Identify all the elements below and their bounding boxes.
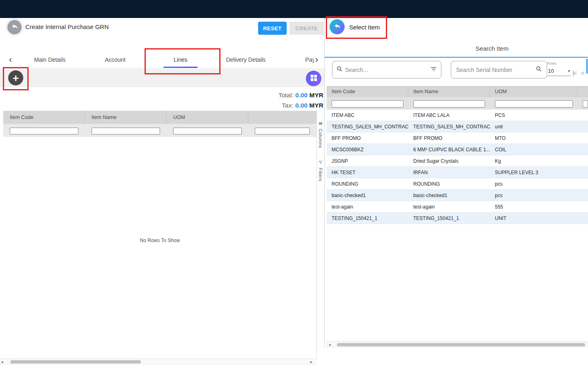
item-code-cell: JSGNP <box>327 155 408 166</box>
create-grn-panel: Create Internal Purchase GRN RESET CREAT… <box>0 18 324 368</box>
total-line: Total: 0.00 MYR <box>278 90 323 100</box>
item-uom-cell: MTO <box>490 132 588 144</box>
column-header[interactable] <box>578 86 588 97</box>
lines-table-header: Item CodeItem NameUOM <box>3 111 316 124</box>
tab[interactable]: Payr <box>278 51 314 68</box>
columns-tool-button[interactable]: Columns <box>318 120 323 148</box>
item-row[interactable]: ROUNDING ROUNDING pcs <box>327 178 588 190</box>
pagination-controls: |< < <box>572 70 584 76</box>
column-header[interactable]: UOM <box>167 111 248 124</box>
scrollbar-thumb[interactable] <box>10 360 141 364</box>
total-label: Total: <box>278 92 294 99</box>
item-search-box <box>332 61 441 79</box>
item-uom-cell: Kg <box>490 155 588 166</box>
item-row[interactable]: MCSC006BKZ 6 MM² CU/PVC BLACK CABLE 1...… <box>327 144 588 155</box>
page-title: Create Internal Purchase GRN <box>25 23 109 30</box>
item-code-cell: basic-checked1 <box>327 190 408 201</box>
item-uom-cell: 555 <box>490 201 588 212</box>
item-code-cell: BFF PROMO <box>327 132 408 144</box>
item-name-cell: basic-checked1 <box>408 190 490 201</box>
item-row[interactable]: basic-checked1 basic-checked1 pcs <box>327 190 588 201</box>
tab-list: Main Details Account Lines Delivery Deta… <box>17 51 314 68</box>
column-header[interactable]: Item Name <box>85 111 167 124</box>
scroll-left-icon[interactable]: ◂ <box>329 343 331 347</box>
column-header[interactable]: Item Code <box>327 86 408 97</box>
item-row[interactable]: TESTING_SALES_MH_CONTRACT TESTING_SALES_… <box>327 121 588 132</box>
filter-input-item-code[interactable] <box>10 128 78 135</box>
tax-value: 0.00 <box>295 102 307 109</box>
item-row[interactable]: ITEM ABC ITEM ABC LALA PCS <box>327 110 588 121</box>
item-name-cell: ROUNDING <box>408 178 490 189</box>
scroll-right-icon[interactable]: ▸ <box>310 360 312 364</box>
filters-tool-button[interactable]: Filters <box>318 159 323 181</box>
funnel-icon <box>318 159 323 166</box>
back-button[interactable] <box>7 20 22 34</box>
panel-title: Select Item <box>349 24 380 31</box>
tab[interactable]: Lines <box>148 51 213 68</box>
column-header[interactable] <box>248 111 316 124</box>
filter-input-uom[interactable] <box>173 128 242 135</box>
item-row[interactable]: TESTING_150421_1 TESTING_150421_1 UNIT <box>327 213 588 224</box>
grid-view-button[interactable] <box>306 71 321 86</box>
tabs-scroll-left-icon[interactable]: ‹ <box>9 54 12 65</box>
tab[interactable]: Delivery Details <box>213 51 278 68</box>
lines-toolbar <box>0 69 324 87</box>
filter-input-item-name[interactable] <box>413 100 485 108</box>
filter-lines-icon[interactable] <box>430 66 437 74</box>
filter-input-item-code[interactable] <box>332 100 403 108</box>
column-header[interactable]: Item Code <box>3 111 85 124</box>
item-code-cell: ROUNDING <box>327 178 408 189</box>
tax-line: Tax: 0.00 MYR <box>278 100 323 110</box>
search-icon <box>536 66 542 74</box>
select-item-panel: Select Item Search Item Rows 10 ▾ |< < I… <box>325 18 588 368</box>
item-row[interactable]: HK TESET IRFAN SUPPLER LEVEL 3 <box>327 167 588 178</box>
reset-button[interactable]: RESET <box>258 22 287 35</box>
item-name-cell: IRFAN <box>408 167 490 178</box>
item-row[interactable]: BFF PROMO BFF PROMO MTO <box>327 132 588 144</box>
search-input[interactable] <box>345 67 430 73</box>
select-item-back-button[interactable] <box>330 19 345 34</box>
lines-table-body: No Rows To Show <box>3 137 316 359</box>
grid-icon <box>310 74 317 83</box>
item-row[interactable]: JSGNP Dried Sugar Crystals Kg <box>327 155 588 167</box>
total-currency: MYR <box>310 92 323 99</box>
back-arrow-icon <box>334 22 341 31</box>
accent-divider <box>325 57 588 58</box>
filter-input-uom[interactable] <box>495 100 573 108</box>
tab[interactable]: Main Details <box>17 51 82 68</box>
panel-divider <box>324 18 325 348</box>
tab[interactable]: Account <box>82 51 148 68</box>
item-uom-cell: SUPPLER LEVEL 3 <box>490 167 588 178</box>
rows-per-page-value: 10 <box>548 68 554 74</box>
create-button[interactable]: CREATE <box>290 22 324 35</box>
item-row[interactable]: test-again test-again 555 <box>327 201 588 213</box>
item-uom-cell: UNIT <box>490 213 588 224</box>
chevron-down-icon: ▾ <box>568 69 570 73</box>
rows-per-page-select[interactable]: Rows 10 ▾ <box>547 61 571 76</box>
item-name-cell: ITEM ABC LALA <box>408 110 490 121</box>
item-uom-cell: unit <box>490 121 588 132</box>
table-side-toolbar: Columns Filters <box>316 111 324 359</box>
item-code-cell: test-again <box>327 201 408 212</box>
filter-input-extra[interactable] <box>255 128 310 135</box>
item-name-cell: TESTING_150421_1 <box>408 213 490 224</box>
scroll-left-icon[interactable]: ◂ <box>1 360 3 364</box>
prev-page-icon[interactable]: < <box>581 70 584 76</box>
total-value: 0.00 <box>295 92 307 99</box>
serial-search-box <box>451 61 547 79</box>
item-name-cell: TESTING_SALES_MH_CONTRACT <box>408 121 490 132</box>
column-header[interactable]: UOM <box>490 86 578 97</box>
item-uom-cell: PCS <box>490 110 588 121</box>
first-page-icon[interactable]: |< <box>572 70 576 76</box>
items-table-header: Item CodeItem NameUOM <box>327 86 588 97</box>
back-arrow-icon <box>11 23 18 31</box>
tax-currency: MYR <box>310 102 323 109</box>
scrollbar-thumb[interactable] <box>337 343 585 346</box>
serial-search-input[interactable] <box>456 67 536 73</box>
column-header[interactable]: Item Name <box>408 86 490 97</box>
filter-input-item-name[interactable] <box>91 128 160 135</box>
tabs-scroll-right-icon[interactable]: › <box>315 54 318 65</box>
filter-input-extra[interactable] <box>583 100 588 108</box>
add-line-button[interactable]: + <box>8 70 23 85</box>
items-table: Item CodeItem NameUOM ITEM ABC ITEM ABC … <box>327 86 588 224</box>
